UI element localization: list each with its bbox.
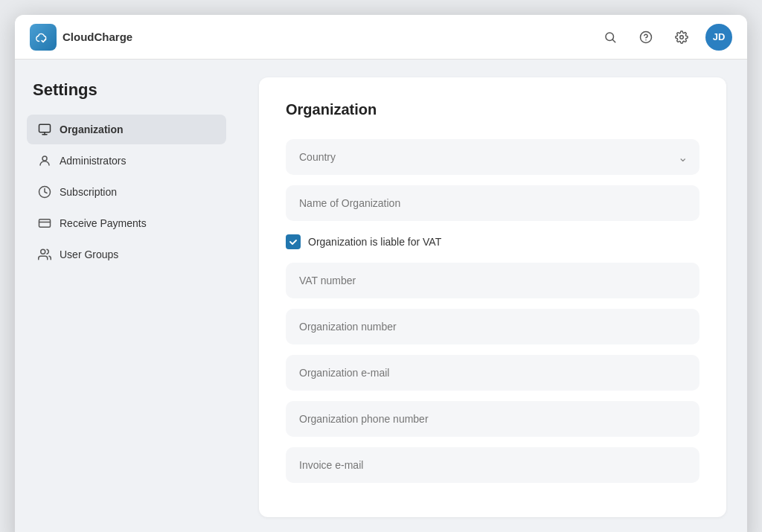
vat-checkbox-row[interactable]: Organization is liable for VAT [286, 231, 699, 252]
org-email-field-group [286, 355, 699, 391]
sidebar-item-user-groups[interactable]: User Groups [27, 240, 226, 269]
svg-point-0 [606, 33, 614, 41]
org-email-input[interactable] [286, 355, 699, 391]
org-number-field-group [286, 309, 699, 344]
organization-icon [37, 122, 52, 137]
sidebar-item-organization[interactable]: Organization [27, 115, 226, 144]
sidebar: Settings Organization Administrators [15, 60, 238, 532]
administrators-icon [37, 153, 52, 168]
app-name: CloudCharge [63, 31, 132, 43]
invoice-email-field-group [286, 447, 699, 483]
logo-icon [30, 24, 57, 51]
sidebar-title: Settings [27, 80, 226, 100]
help-icon[interactable] [634, 25, 658, 49]
sidebar-label-administrators: Administrators [60, 155, 126, 167]
vat-number-field-group [286, 263, 699, 298]
org-name-input[interactable] [286, 185, 699, 221]
gear-icon[interactable] [670, 25, 694, 49]
body: Settings Organization Administrators [15, 60, 747, 532]
card-title: Organization [286, 101, 699, 118]
app-window: CloudCharge JD [15, 15, 747, 532]
sidebar-label-organization: Organization [60, 124, 124, 135]
sidebar-item-subscription[interactable]: Subscription [27, 177, 226, 207]
logo: CloudCharge [30, 24, 132, 51]
country-input[interactable] [286, 139, 699, 175]
vat-checkbox-label: Organization is liable for VAT [308, 236, 441, 248]
subscription-icon [37, 185, 52, 199]
invoice-email-input[interactable] [286, 447, 699, 483]
vat-number-input[interactable] [286, 263, 699, 298]
header: CloudCharge JD [15, 15, 747, 60]
organization-card: Organization ⌄ Organ [259, 77, 726, 517]
receive-payments-icon [37, 216, 52, 231]
user-groups-icon [37, 247, 52, 262]
org-number-input[interactable] [286, 309, 699, 344]
svg-line-1 [612, 39, 615, 42]
sidebar-label-receive-payments: Receive Payments [60, 217, 147, 229]
header-actions: JD [598, 24, 732, 51]
org-name-field-group [286, 185, 699, 221]
svg-rect-5 [39, 124, 51, 132]
org-phone-input[interactable] [286, 401, 699, 437]
org-phone-field-group [286, 401, 699, 437]
country-field-group: ⌄ [286, 139, 699, 175]
user-avatar[interactable]: JD [705, 24, 732, 51]
svg-rect-10 [39, 219, 51, 228]
sidebar-label-user-groups: User Groups [60, 249, 118, 260]
vat-checkbox[interactable] [286, 234, 301, 249]
sidebar-label-subscription: Subscription [60, 186, 117, 198]
svg-point-12 [41, 249, 45, 254]
svg-point-4 [680, 35, 684, 39]
sidebar-item-receive-payments[interactable]: Receive Payments [27, 208, 226, 238]
sidebar-item-administrators[interactable]: Administrators [27, 146, 226, 176]
main-content: Organization ⌄ Organ [238, 60, 747, 532]
svg-point-8 [42, 156, 47, 161]
search-icon[interactable] [598, 25, 622, 49]
